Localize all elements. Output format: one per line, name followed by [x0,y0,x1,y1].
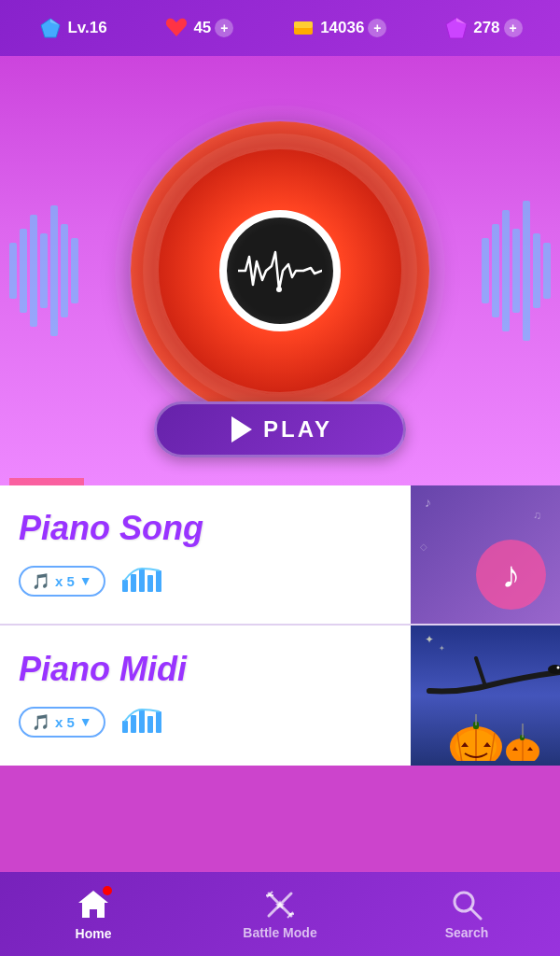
waveform-icon [238,247,322,294]
star-deco-2: ✦ [439,644,445,653]
piano-song-ticket-btn[interactable]: 🎵 x 5 ▼ [19,566,105,597]
cards-section: Piano Song 🎵 x 5 ▼ [0,485,560,766]
coins-plus[interactable]: + [368,19,386,37]
heart-icon [163,15,189,41]
search-icon [450,888,483,921]
piano-song-controls: 🎵 x 5 ▼ [19,561,392,600]
chevron-down-icon-2: ▼ [79,714,92,729]
piano-song-content: Piano Song 🎵 x 5 ▼ [0,485,411,624]
svg-rect-14 [131,715,136,733]
level-text: Lv.16 [67,19,106,37]
piano-midi-title: Piano Midi [19,650,392,689]
svg-point-7 [276,287,282,292]
piano-midi-card[interactable]: Piano Midi 🎵 x 5 ▼ [0,626,560,766]
nav-search[interactable]: Search [373,872,560,956]
piano-song-image: ♪ ♫ ◇ ♪ [411,485,560,624]
music-ticket-icon-2: 🎵 [32,713,50,731]
svg-rect-4 [294,23,313,26]
svg-line-45 [471,909,481,919]
eq-bars-left [9,56,78,485]
music-ticket-icon: 🎵 [32,572,50,590]
search-label: Search [445,925,489,940]
play-label: PLAY [263,416,332,443]
top-bar: Lv.16 45 + 14036 + 278 + [0,0,560,56]
notification-dot [103,886,112,895]
pumpkins-svg [439,686,551,761]
svg-rect-8 [122,580,128,592]
coin-icon [290,15,316,41]
svg-rect-11 [147,575,153,592]
piano-midi-image: ✦ ✦ [411,626,560,766]
svg-rect-12 [156,570,161,592]
chart-icon-2[interactable] [120,702,167,741]
home-label: Home [76,926,112,941]
svg-rect-9 [131,574,136,592]
piano-midi-ticket-btn[interactable]: 🎵 x 5 ▼ [19,707,105,738]
play-button[interactable]: PLAY [154,401,406,457]
note-deco-3: ◇ [420,541,427,552]
play-triangle-icon [231,416,252,443]
vinyl-center [219,210,341,331]
chevron-down-icon: ▼ [79,573,92,588]
vinyl-record[interactable] [131,121,429,420]
ticket-count-1: x 5 [55,573,75,589]
svg-point-20 [557,667,560,669]
chart-icon-1[interactable] [120,561,167,600]
diamond-icon [37,15,63,41]
hearts-plus[interactable]: + [215,19,233,37]
piano-song-title: Piano Song [19,509,392,548]
star-deco: ✦ [425,633,434,646]
coins-count: 14036 [320,19,364,37]
piano-midi-content: Piano Midi 🎵 x 5 ▼ [0,626,411,766]
note-deco-1: ♪ [425,495,431,510]
battle-label: Battle Mode [243,925,316,940]
bottom-nav: Home Battle Mode Search [0,872,560,956]
piano-song-card[interactable]: Piano Song 🎵 x 5 ▼ [0,485,560,626]
pink-circle: ♪ [476,540,546,610]
svg-rect-15 [139,710,145,733]
svg-rect-13 [122,721,128,733]
battle-icon [263,888,297,921]
nav-battle[interactable]: Battle Mode [187,872,373,956]
hearts-stat: 45 + [163,15,233,41]
nav-home[interactable]: Home [0,872,187,956]
music-note-large: ♪ [502,554,521,596]
eq-bars-right [482,56,551,485]
level-stat: Lv.16 [37,15,106,41]
gem-icon [443,15,469,41]
gems-count: 278 [473,19,499,37]
hearts-count: 45 [193,19,211,37]
svg-rect-10 [139,569,145,592]
note-deco-2: ♫ [533,509,541,522]
piano-midi-controls: 🎵 x 5 ▼ [19,702,392,741]
svg-rect-16 [147,716,153,733]
gems-stat: 278 + [443,15,522,41]
coins-stat: 14036 + [290,15,386,41]
gems-plus[interactable]: + [504,19,523,37]
svg-rect-17 [156,711,161,733]
ticket-count-2: x 5 [55,714,75,730]
hero-section: PLAY [0,56,560,485]
